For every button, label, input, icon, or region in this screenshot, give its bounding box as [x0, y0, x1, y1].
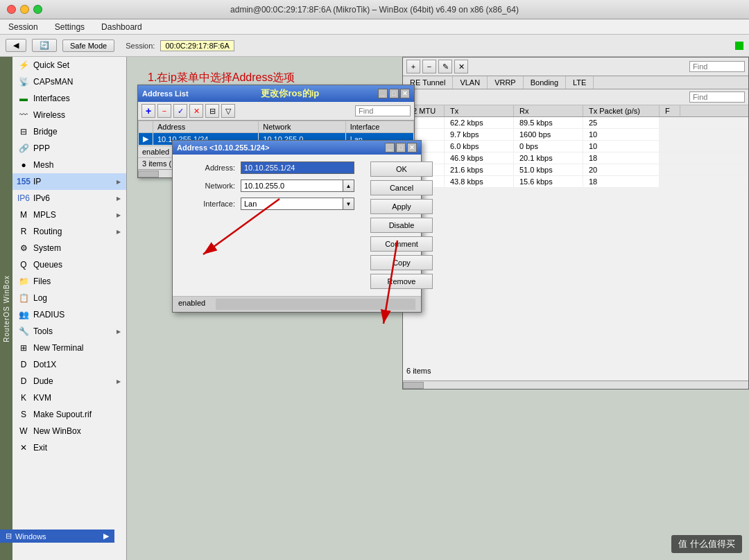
- network-dropdown-btn[interactable]: ▲: [343, 180, 354, 192]
- sidebar-item-terminal[interactable]: ⊞ New Terminal: [12, 340, 126, 356]
- addr-edit-maximize-btn[interactable]: □: [396, 143, 406, 152]
- comment-button[interactable]: Comment: [370, 236, 433, 252]
- sidebar-item-ip[interactable]: 155 IP: [12, 173, 126, 190]
- sidebar-item-wireless[interactable]: 〰 Wireless: [12, 107, 126, 123]
- iface-row-2[interactable]: 6.0 kbps 0 bps 10: [403, 141, 748, 152]
- network-input[interactable]: [241, 180, 343, 192]
- addr-remove-btn[interactable]: −: [157, 104, 171, 118]
- sidebar-item-supout[interactable]: S Make Supout.rif: [12, 406, 126, 423]
- address-edit-dialog[interactable]: Address <10.10.255.1/24> _ □ ✕ Address:: [172, 140, 422, 313]
- address-list-controls[interactable]: _ □ ✕: [378, 89, 410, 98]
- ok-button[interactable]: OK: [370, 161, 433, 177]
- tab-vlan[interactable]: VLAN: [453, 76, 488, 89]
- addr-add-btn[interactable]: +: [141, 104, 155, 118]
- sidebar-item-mesh[interactable]: ● Mesh: [12, 157, 126, 173]
- addr-scroll-thumb[interactable]: [138, 170, 159, 177]
- iface-count: 6 items: [406, 367, 431, 375]
- iface-cross-btn[interactable]: ✕: [454, 60, 468, 73]
- addr-list-minimize-btn[interactable]: _: [378, 89, 388, 98]
- iface-row-4[interactable]: 65535 21.6 kbps 51.0 kbps 20: [403, 164, 748, 176]
- copy-button[interactable]: Copy: [370, 255, 433, 270]
- sidebar-item-label: RADIUS: [33, 310, 64, 320]
- menu-session[interactable]: Session: [6, 21, 41, 33]
- sidebar-item-mpls[interactable]: M MPLS: [12, 207, 126, 223]
- iface-row-5[interactable]: 43.8 kbps 15.6 kbps 18: [403, 176, 748, 188]
- sidebar-item-exit[interactable]: ✕ Exit: [12, 439, 126, 456]
- sidebar-item-tools[interactable]: 🔧 Tools: [12, 323, 126, 340]
- files-icon: 📁: [18, 276, 29, 287]
- minimize-button[interactable]: [20, 5, 29, 14]
- forward-button[interactable]: 🔄: [32, 39, 57, 52]
- iface-row-3[interactable]: 46.9 kbps 20.1 kbps 18: [403, 152, 748, 164]
- interface-dropdown-btn[interactable]: ▼: [343, 198, 354, 210]
- tab-bonding[interactable]: Bonding: [524, 76, 566, 89]
- iface-add-btn[interactable]: +: [406, 60, 420, 73]
- sidebar-item-ppp[interactable]: 🔗 PPP: [12, 140, 126, 157]
- sidebar: ⚡ Quick Set 📡 CAPsMAN ▬ Interfaces 〰 Wir…: [12, 57, 127, 560]
- address-list-title: Address List: [142, 89, 189, 98]
- addr-edit-minimize-btn[interactable]: _: [385, 143, 395, 152]
- sidebar-item-interfaces[interactable]: ▬ Interfaces: [12, 90, 126, 107]
- cancel-button[interactable]: Cancel: [370, 180, 433, 195]
- sidebar-item-log[interactable]: 📋 Log: [12, 290, 126, 306]
- enabled-bar: enabled: [173, 296, 421, 312]
- sidebar-item-ipv6[interactable]: IP6 IPv6: [12, 190, 126, 207]
- sidebar-item-dot1x[interactable]: D Dot1X: [12, 356, 126, 373]
- remove-button[interactable]: Remove: [370, 274, 433, 289]
- ip-icon: 155: [18, 176, 29, 187]
- cell-tx-2: 6.0 kbps: [445, 141, 514, 152]
- apply-button[interactable]: Apply: [370, 199, 433, 214]
- addr-edit-controls[interactable]: _ □ ✕: [385, 143, 417, 152]
- sidebar-item-kvm[interactable]: K KVM: [12, 390, 126, 406]
- sidebar-item-dude[interactable]: D Dude: [12, 373, 126, 390]
- sidebar-item-bridge[interactable]: ⊟ Bridge: [12, 123, 126, 140]
- tab-vrrp[interactable]: VRRP: [488, 76, 524, 89]
- addr-list-maximize-btn[interactable]: □: [389, 89, 399, 98]
- window-controls[interactable]: [7, 5, 42, 14]
- addr-cross-btn[interactable]: ✕: [189, 104, 203, 118]
- iface-search-input[interactable]: [689, 61, 745, 72]
- sidebar-item-quickset[interactable]: ⚡ Quick Set: [12, 57, 126, 73]
- addr-edit-btn[interactable]: ✓: [173, 104, 187, 118]
- sidebar-item-queues[interactable]: Q Queues: [12, 256, 126, 273]
- close-button[interactable]: [7, 5, 16, 14]
- sidebar-item-capsman[interactable]: 📡 CAPsMAN: [12, 73, 126, 90]
- maximize-button[interactable]: [33, 5, 42, 14]
- sidebar-item-newwinbox[interactable]: W New WinBox: [12, 423, 126, 439]
- network-field-row: Network: ▲: [183, 180, 354, 192]
- addr-list-close-btn[interactable]: ✕: [400, 89, 410, 98]
- menu-settings[interactable]: Settings: [52, 21, 87, 33]
- sidebar-item-label: Bridge: [33, 127, 58, 137]
- interface-input[interactable]: [241, 198, 343, 210]
- cell-rx-5: 15.6 kbps: [514, 176, 583, 187]
- session-label: Session:: [126, 42, 155, 50]
- menu-dashboard[interactable]: Dashboard: [98, 21, 145, 33]
- iface-scrollbar[interactable]: [403, 380, 748, 389]
- addr-search-input[interactable]: [355, 105, 411, 116]
- watermark-text: 值 什么值得买: [678, 539, 735, 549]
- ipv6-icon: IP6: [18, 193, 29, 204]
- scroll-thumb[interactable]: [403, 382, 424, 389]
- back-button[interactable]: ◀: [6, 39, 26, 52]
- iface-row-1[interactable]: 9.7 kbps 1600 bps 10: [403, 129, 748, 141]
- interface-window[interactable]: + − ✎ ✕ RE Tunnel VLAN VRRP Bonding LTE …: [402, 57, 749, 390]
- address-input[interactable]: [241, 161, 354, 174]
- dude-icon: D: [18, 376, 29, 387]
- iface-remove-btn[interactable]: −: [422, 60, 436, 73]
- addr-filter-btn[interactable]: ▽: [221, 104, 235, 118]
- addr-edit-close-btn[interactable]: ✕: [407, 143, 417, 152]
- addr-copy-btn[interactable]: ⊟: [205, 104, 219, 118]
- tab-lte[interactable]: LTE: [566, 76, 594, 89]
- sidebar-item-radius[interactable]: 👥 RADIUS: [12, 306, 126, 323]
- disable-button[interactable]: Disable: [370, 218, 433, 233]
- sidebar-item-system[interactable]: ⚙ System: [12, 240, 126, 256]
- sidebar-item-files[interactable]: 📁 Files: [12, 273, 126, 290]
- network-field-label: Network:: [183, 182, 235, 190]
- iface-row-0[interactable]: 62.2 kbps 89.5 kbps 25: [403, 117, 748, 129]
- routeros-strip: RouterOS WinBox: [0, 57, 12, 560]
- iface-edit-btn[interactable]: ✎: [438, 60, 452, 73]
- iface-filter-input[interactable]: [689, 91, 745, 103]
- sidebar-item-routing[interactable]: R Routing: [12, 223, 126, 240]
- sidebar-item-label: Interfaces: [33, 94, 70, 103]
- safe-mode-button[interactable]: Safe Mode: [62, 40, 114, 52]
